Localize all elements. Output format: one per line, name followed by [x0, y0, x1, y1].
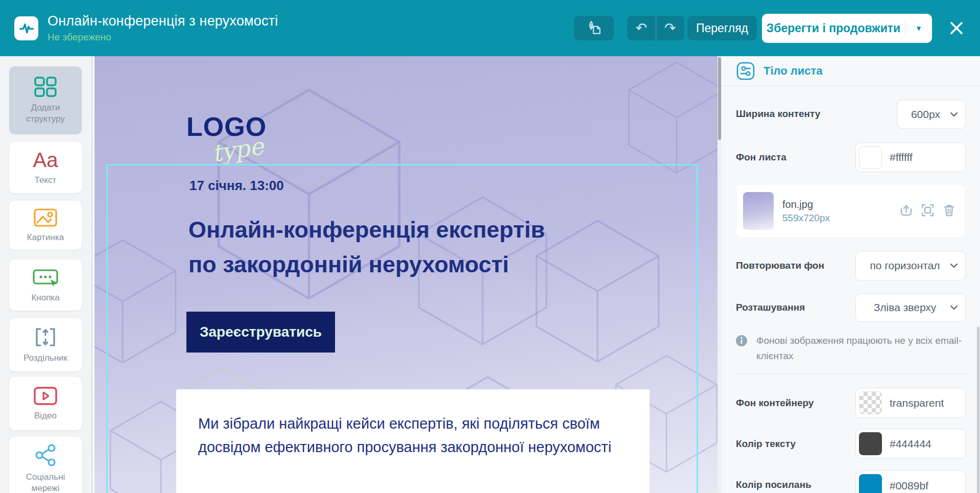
sidebar-item-button[interactable]: Кнопка [9, 260, 82, 311]
undo-redo-group: ↶ ↷ [627, 16, 684, 40]
settings-panel: Тіло листа Ширина контенту 600px Фон лис… [722, 56, 980, 493]
content-width-select[interactable]: 600px [897, 100, 966, 129]
panel-title: Тіло листа [763, 64, 823, 78]
save-and-continue-button[interactable]: Зберегти і продовжити ▾ [762, 14, 932, 43]
sidebar-item-label: Кнопка [28, 292, 62, 303]
file-meta: fon.jpg 559x720px [782, 199, 830, 224]
sidebar-item-label: Відео [31, 410, 60, 421]
redo-button[interactable]: ↷ [656, 16, 685, 40]
email-heading-line1: Онлайн-конференція експертів [188, 213, 545, 247]
delete-image-button[interactable] [941, 202, 957, 220]
divider-icon [34, 326, 57, 348]
letter-bg-color-input[interactable]: #ffffff [855, 143, 966, 172]
save-status: Не збережено [47, 32, 278, 43]
email-text-block[interactable]: Ми зібрали найкращі кейси експертів, які… [176, 389, 650, 493]
position-select[interactable]: Зліва зверху [855, 293, 966, 322]
design-settings-button[interactable] [574, 16, 614, 40]
image-icon [33, 208, 58, 227]
selection-border-left [106, 164, 108, 493]
position-value: Зліва зверху [856, 301, 965, 314]
design-icon [585, 19, 603, 37]
sidebar-item-image[interactable]: Картинка [9, 201, 82, 250]
sidebar-item-add-structure[interactable]: Додати структуру [9, 66, 82, 134]
content-width-label: Ширина контенту [736, 108, 820, 120]
panel-divider [736, 373, 966, 374]
save-dropdown-caret[interactable]: ▾ [905, 14, 932, 43]
text-color-input[interactable]: #444444 [855, 429, 966, 459]
repeat-bg-label: Повторювати фон [736, 260, 824, 271]
background-file-card: fon.jpg 559x720px [736, 184, 966, 238]
save-button-label: Зберегти і продовжити [762, 14, 905, 43]
info-text: Фонові зображення працюють не у всіх ema… [756, 333, 966, 364]
letter-bg-label: Фон листа [736, 152, 786, 163]
add-structure-icon [34, 76, 57, 98]
upload-image-button[interactable] [898, 202, 914, 220]
resize-image-button[interactable] [920, 202, 936, 220]
email-logo-block[interactable]: LOGO type [186, 111, 267, 142]
email-heading-line2: по закордонній нерухомості [188, 247, 545, 282]
letter-bg-color-swatch[interactable] [859, 146, 882, 169]
text-color-swatch[interactable] [859, 432, 882, 455]
selection-border-right [697, 164, 698, 493]
upload-icon [899, 203, 913, 217]
link-color-input[interactable]: #0089bf [855, 471, 966, 493]
sidebar-item-text[interactable]: Aa Текст [9, 142, 82, 193]
repeat-bg-select[interactable]: по горизонтал [855, 251, 966, 280]
resize-image-icon [921, 203, 935, 217]
info-note: Фонові зображення працюють не у всіх ema… [735, 333, 966, 364]
document-title: Онлайн-конференція з нерухомості [47, 13, 278, 29]
blocks-sidebar: Додати структуру Aa Текст Картинка Кнопк… [0, 56, 93, 493]
undo-button[interactable]: ↶ [627, 16, 656, 40]
sidebar-item-video[interactable]: Відео [9, 377, 82, 430]
sidebar-item-label: Картинка [24, 232, 67, 243]
top-bar: Онлайн-конференція з нерухомості Не збер… [0, 0, 980, 56]
text-color-value: #444444 [890, 438, 931, 450]
trash-icon [942, 203, 956, 217]
container-bg-color-swatch[interactable] [859, 391, 882, 414]
app-logo [14, 16, 38, 40]
text-color-label: Колір тексту [736, 438, 796, 450]
background-image-thumbnail[interactable] [743, 192, 774, 230]
file-name: fon.jpg [782, 199, 830, 210]
email-heading[interactable]: Онлайн-конференція експертів по закордон… [188, 213, 545, 282]
container-bg-color-value: transparent [890, 397, 944, 409]
button-icon [32, 267, 59, 288]
link-color-label: Колір посилань [736, 479, 811, 490]
container-bg-color-input[interactable]: transparent [855, 388, 966, 418]
pulse-icon [19, 20, 34, 36]
email-body-settings-icon [736, 61, 755, 81]
sidebar-item-label: Роздільник [20, 353, 70, 364]
sidebar-item-label: Текст [32, 175, 60, 186]
container-bg-label: Фон контейнеру [736, 397, 814, 409]
close-editor-button[interactable] [947, 19, 966, 37]
email-body-text: Ми зібрали найкращі кейси експертів, які… [198, 412, 628, 459]
close-icon [949, 21, 964, 35]
chevron-down-icon [950, 305, 958, 310]
email-canvas[interactable]: LOGO type 17 січня. 13:00 Онлайн-конфере… [94, 56, 718, 493]
preview-button[interactable]: Перегляд [687, 16, 757, 40]
link-color-value: #0089bf [890, 480, 928, 492]
video-icon [33, 386, 58, 406]
file-actions [898, 202, 957, 220]
panel-scrollbar-thumb[interactable] [977, 327, 979, 493]
canvas-scrollbar-track[interactable] [718, 56, 722, 493]
link-color-swatch[interactable] [859, 474, 882, 493]
email-date-text[interactable]: 17 січня. 13:00 [189, 178, 284, 194]
social-icon [34, 443, 57, 467]
text-icon: Aa [33, 150, 58, 170]
sidebar-item-label: Додати структуру [9, 102, 82, 125]
chevron-down-icon [950, 112, 958, 117]
letter-bg-color-value: #ffffff [890, 151, 913, 163]
register-button[interactable]: Зареєструватись [186, 312, 335, 353]
canvas-scrollbar-thumb[interactable] [718, 57, 721, 140]
topbar-actions: ↶ ↷ Перегляд Зберегти і продовжити ▾ [574, 14, 966, 43]
sidebar-item-divider[interactable]: Роздільник [9, 318, 82, 371]
repeat-bg-value: по горизонтал [856, 260, 965, 272]
panel-header: Тіло листа [722, 56, 980, 86]
chevron-down-icon [950, 263, 958, 268]
sidebar-item-label: Соціальні мережі [9, 472, 82, 493]
sidebar-item-social[interactable]: Соціальні мережі [9, 437, 82, 493]
info-icon [735, 335, 748, 347]
position-label: Розташування [736, 302, 805, 313]
panel-divider [722, 86, 980, 86]
